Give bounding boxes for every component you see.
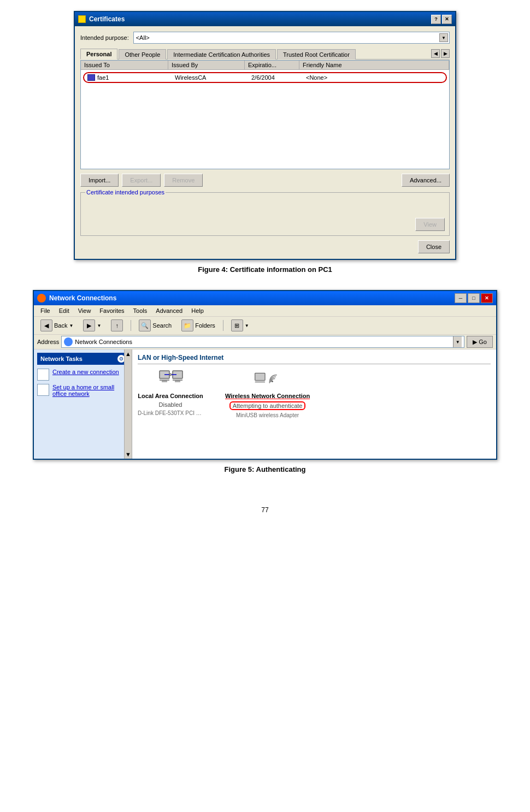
menu-advanced[interactable]: Advanced (152, 306, 186, 315)
up-icon: ↑ (111, 319, 123, 331)
wireless-device: MiniUSB wireless Adapter (236, 412, 299, 418)
lan-name: Local Area Connection (138, 393, 203, 399)
menu-favorites[interactable]: Favorites (96, 306, 127, 315)
dialog-close-button[interactable]: Close (418, 240, 450, 253)
menu-tools[interactable]: Tools (130, 306, 151, 315)
cert-purposes-label: Certificate intended purposes (85, 189, 166, 195)
wireless-name: Wireless Network Connection (225, 393, 310, 399)
back-arrow-icon: ▼ (69, 323, 73, 328)
explorer-title-area: Network Connections (37, 294, 116, 303)
lan-icon (157, 369, 184, 390)
svg-point-8 (169, 374, 172, 376)
intended-purpose-row: Intended purpose: <All> ▼ (80, 32, 450, 44)
remove-button: Remove (164, 174, 203, 187)
network-tasks-header: Network Tasks ⊙ (37, 353, 128, 365)
lan-device: D-Link DFE-530TX PCI Fast Et... (138, 410, 203, 416)
folders-icon: 📁 (181, 319, 193, 331)
address-value: Network Connections (75, 339, 132, 345)
lan-section-header: LAN or High-Speed Internet (138, 354, 491, 364)
menu-view[interactable]: View (75, 306, 95, 315)
svg-rect-2 (162, 381, 167, 382)
address-icon (64, 337, 73, 346)
back-button[interactable]: ◀ Back ▼ (37, 318, 76, 333)
svg-rect-5 (175, 381, 180, 382)
tab-scroll-right[interactable]: ▶ (441, 49, 450, 58)
page-number: 77 (261, 506, 268, 514)
certificate-row[interactable]: fae1 WirelessCA 2/6/2004 <None> (83, 72, 447, 83)
search-icon: 🔍 (139, 319, 151, 331)
svg-rect-9 (255, 373, 264, 380)
tab-scroll-left[interactable]: ◀ (431, 49, 440, 58)
go-button[interactable]: ▶ Go (467, 336, 493, 348)
address-dropdown-arrow[interactable]: ▼ (453, 336, 462, 347)
svg-rect-10 (255, 381, 264, 383)
address-input[interactable]: Network Connections ▼ (61, 336, 464, 348)
tab-intermediate-ca[interactable]: Intermediate Certification Authorities (167, 49, 276, 60)
tab-personal[interactable]: Personal (80, 49, 117, 60)
certificate-tabs: Personal Other People Intermediate Certi… (80, 48, 450, 60)
advanced-button[interactable]: Advanced... (402, 174, 450, 187)
svg-rect-4 (173, 380, 182, 381)
sidebar-scrollbar[interactable]: ▲ ▼ (124, 349, 132, 459)
up-button[interactable]: ↑ (108, 318, 126, 333)
network-connections-window: Network Connections ─ □ ✕ File Edit View… (33, 290, 497, 460)
explorer-title-buttons: ─ □ ✕ (455, 293, 493, 303)
lan-status: Disabled (159, 401, 182, 408)
address-label: Address (37, 339, 59, 345)
create-connection-link[interactable]: Create a new connection (52, 369, 119, 375)
tab-nav-buttons: ◀ ▶ (431, 49, 450, 59)
local-area-connection[interactable]: Local Area Connection Disabled D-Link DF… (138, 369, 203, 418)
menu-file[interactable]: File (37, 306, 54, 315)
close-x-button[interactable]: ✕ (442, 15, 452, 24)
network-icon (37, 294, 46, 303)
forward-button: ▶ ▼ (80, 318, 104, 333)
figure4-container: Certificates ? ✕ Intended purpose: <All>… (74, 11, 456, 274)
search-button[interactable]: 🔍 Search (136, 318, 175, 333)
explorer-content: Network Tasks ⊙ Create a new connection … (34, 349, 496, 459)
figure5-caption: Figure 5: Authenticating (224, 465, 305, 473)
dropdown-arrow-icon[interactable]: ▼ (439, 33, 448, 42)
cert-issued-by-cell: WirelessCA (172, 73, 248, 82)
setup-network-link[interactable]: Set up a home or small office network (52, 384, 128, 397)
views-dropdown-icon: ▼ (245, 323, 249, 328)
dialog-close-row: Close (80, 240, 450, 253)
toolbar-separator (131, 320, 131, 331)
intended-purpose-dropdown[interactable]: <All> ▼ (133, 32, 450, 44)
address-bar: Address Network Connections ▼ ▶ Go (34, 335, 496, 349)
wireless-status: Attempting to authenticate (229, 401, 306, 410)
forward-arrow-icon: ▼ (97, 323, 101, 328)
explorer-titlebar: Network Connections ─ □ ✕ (34, 291, 496, 305)
menu-help[interactable]: Help (188, 306, 207, 315)
explorer-toolbar: ◀ Back ▼ ▶ ▼ ↑ 🔍 Search 📁 Folders (34, 317, 496, 335)
svg-rect-1 (160, 380, 169, 381)
views-button[interactable]: ⊞ ▼ (228, 318, 252, 333)
cert-purposes-group: Certificate intended purposes View (80, 192, 450, 236)
explorer-menubar: File Edit View Favorites Tools Advanced … (34, 305, 496, 317)
minimize-button[interactable]: ─ (455, 293, 467, 303)
dropdown-value: <All> (136, 34, 150, 41)
import-button[interactable]: Import... (80, 174, 119, 187)
export-button: Export... (122, 174, 161, 187)
dialog-body: Intended purpose: <All> ▼ Personal Other… (75, 26, 455, 259)
wireless-connection[interactable]: Wireless Network Connection Attempting t… (225, 369, 310, 418)
cert-item-icon (87, 74, 95, 81)
col-issued-by: Issued By (168, 61, 245, 69)
figure4-caption: Figure 4: Certificate information on PC1 (198, 265, 332, 274)
connections-grid: Local Area Connection Disabled D-Link DF… (138, 369, 491, 418)
sidebar-task-setup[interactable]: Set up a home or small office network (37, 382, 128, 399)
menu-edit[interactable]: Edit (56, 306, 73, 315)
dialog-title-text: Certificates (89, 15, 125, 23)
folders-button[interactable]: 📁 Folders (178, 318, 219, 333)
wireless-icon (254, 369, 281, 390)
create-connection-icon (37, 369, 49, 381)
tab-trusted-root[interactable]: Trusted Root Certificatior (277, 49, 356, 60)
certificate-list: Issued To Issued By Expiratio... Friendl… (80, 60, 450, 169)
maximize-button[interactable]: □ (468, 293, 480, 303)
explorer-title-text: Network Connections (49, 294, 116, 302)
explorer-close-button[interactable]: ✕ (481, 293, 493, 303)
explorer-main-content: LAN or High-Speed Internet (132, 349, 496, 459)
col-friendly-name: Friendly Name (299, 61, 449, 69)
help-button[interactable]: ? (431, 15, 441, 24)
tab-other-people[interactable]: Other People (119, 49, 166, 60)
sidebar-task-create[interactable]: Create a new connection (37, 367, 128, 382)
